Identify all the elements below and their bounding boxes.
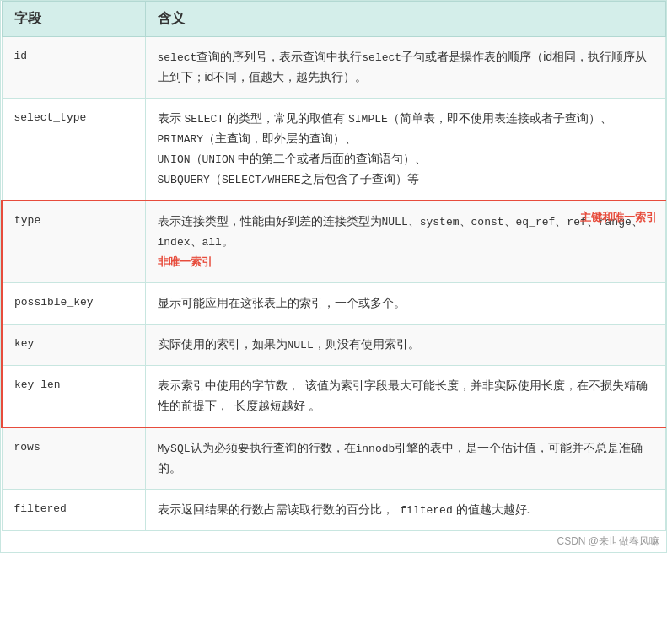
table-row: id select查询的序列号，表示查询中执行select子句或者是操作表的顺序…: [2, 37, 666, 99]
table-row-key-len: key_len 表示索引中使用的字节数， 该值为索引字段最大可能长度，并非实际使…: [2, 366, 666, 427]
field-key-len: key_len: [2, 366, 145, 427]
desc-key: 实际使用的索引，如果为NULL，则没有使用索引。: [145, 325, 666, 366]
table-row-filtered: filtered 表示返回结果的行数占需读取行数的百分比， filtered 的…: [2, 489, 666, 530]
column-header-meaning: 含义: [145, 2, 666, 37]
desc-filtered: 表示返回结果的行数占需读取行数的百分比， filtered 的值越大越好.: [145, 489, 666, 530]
field-possible-key: possible_key: [2, 283, 145, 325]
table-row-rows: rows MySQL认为必须要执行查询的行数，在innodb引擎的表中，是一个估…: [2, 427, 666, 489]
desc-possible-key: 显示可能应用在这张表上的索引，一个或多个。: [145, 283, 666, 325]
table-row-possible-key: possible_key 显示可能应用在这张表上的索引，一个或多个。: [2, 283, 666, 325]
table-row-type: type 主键和唯一索引 表示连接类型，性能由好到差的连接类型为NULL、sys…: [2, 201, 666, 282]
desc-id: select查询的序列号，表示查询中执行select子句或者是操作表的顺序（id…: [145, 37, 666, 99]
field-type: type: [2, 201, 145, 282]
desc-key-len: 表示索引中使用的字节数， 该值为索引字段最大可能长度，并非实际使用长度，在不损失…: [145, 366, 666, 427]
field-key: key: [2, 325, 145, 366]
table-row: select_type 表示 SELECT 的类型，常见的取值有 SIMPLE（…: [2, 98, 666, 201]
table-row-key: key 实际使用的索引，如果为NULL，则没有使用索引。: [2, 325, 666, 366]
field-filtered: filtered: [2, 489, 145, 530]
field-rows: rows: [2, 427, 145, 489]
watermark: CSDN @来世做春风嘛: [1, 531, 666, 552]
annotation-non-primary: 非唯一索引: [158, 255, 212, 268]
annotation-primary: 主键和唯一索引: [580, 208, 657, 227]
field-select-type: select_type: [2, 98, 145, 201]
field-id: id: [2, 37, 145, 99]
explain-table: 字段 含义 id select查询的序列号，表示查询中执行select子句或者是…: [1, 1, 666, 531]
main-table-container: 字段 含义 id select查询的序列号，表示查询中执行select子句或者是…: [0, 0, 667, 553]
desc-type: 主键和唯一索引 表示连接类型，性能由好到差的连接类型为NULL、system、c…: [145, 201, 666, 282]
desc-rows: MySQL认为必须要执行查询的行数，在innodb引擎的表中，是一个估计值，可能…: [145, 427, 666, 489]
desc-select-type: 表示 SELECT 的类型，常见的取值有 SIMPLE（简单表，即不使用表连接或…: [145, 98, 666, 201]
column-header-field: 字段: [2, 2, 145, 37]
